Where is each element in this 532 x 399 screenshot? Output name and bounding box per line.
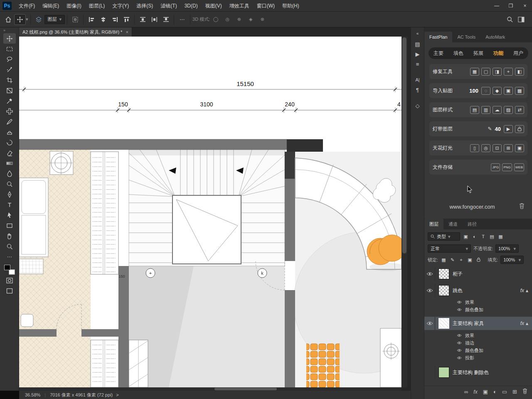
effect-eye-icon[interactable] [457, 356, 462, 360]
menu-help[interactable]: 帮助(H) [278, 0, 303, 12]
link-layers-icon[interactable]: ∞ [464, 389, 468, 395]
maximize-button[interactable]: ❐ [504, 0, 518, 12]
foreground-color-swatch[interactable] [4, 265, 10, 270]
close-button[interactable]: × [518, 0, 532, 12]
paragraph-panel-icon[interactable]: ¶ [412, 85, 423, 95]
visibility-eye-icon[interactable] [424, 317, 435, 330]
adjustment-layer-icon[interactable]: ◐ [493, 389, 497, 395]
subtab-user[interactable]: 用户 [513, 50, 523, 57]
gradient-tool[interactable] [3, 158, 16, 168]
eraser-tool[interactable] [3, 148, 16, 158]
horizontal-scrollbar-thumb[interactable] [214, 388, 277, 390]
style-clear-icon[interactable]: ▨ [504, 106, 513, 114]
workspace-switcher-icon[interactable] [515, 14, 527, 25]
3d-orbit-icon[interactable]: ◯ [210, 14, 222, 25]
more-options-icon[interactable]: ⋯ [176, 14, 188, 25]
layer-thumbnail[interactable] [438, 268, 449, 279]
type-tool[interactable]: T [3, 200, 16, 210]
repair-patch-icon[interactable]: ▢ [481, 68, 490, 76]
move-tool[interactable] [3, 33, 16, 44]
lock-position-icon[interactable]: + [458, 257, 464, 262]
align-right-icon[interactable] [109, 14, 121, 25]
vertical-scrollbar-thumb[interactable] [402, 37, 406, 254]
menu-filter[interactable]: 滤镜(T) [157, 0, 180, 12]
quick-mask-icon[interactable] [3, 275, 16, 286]
frame-tool[interactable] [3, 85, 16, 96]
effect-eye-icon[interactable] [457, 300, 462, 304]
move-dropdown-arrow-icon[interactable]: ▾ [26, 17, 28, 22]
status-chevron-icon[interactable]: > [116, 392, 118, 397]
style-cloud-icon[interactable]: ☁ [493, 106, 502, 114]
effect-stroke-row[interactable]: 描边 [424, 339, 532, 347]
align-left-icon[interactable] [86, 14, 97, 25]
menu-window[interactable]: 窗口(W) [253, 0, 278, 12]
3d-slide-icon[interactable]: ◈ [245, 14, 256, 25]
ceiling-grid-light-icon[interactable]: ⊞ [504, 144, 513, 152]
collapse-effects-icon[interactable]: ▴ [526, 320, 528, 326]
lock-pixels-icon[interactable]: ✎ [449, 257, 456, 263]
blur-tool[interactable] [3, 168, 16, 179]
move-tool-option-icon[interactable] [14, 14, 26, 25]
subtab-main[interactable]: 主要 [433, 50, 443, 57]
screen-mode-icon[interactable] [3, 286, 16, 296]
effect-eye-icon[interactable] [457, 308, 462, 311]
document-tab[interactable]: A2 线框.png @ 36.6% (主要结构 家具, RGB/8#) * × [19, 27, 132, 37]
repair-grid-icon[interactable]: ▦ [470, 68, 479, 76]
subtab-fill[interactable]: 填色 [453, 50, 463, 57]
tab-automark[interactable]: AutoMark [480, 32, 510, 42]
transform-controls-icon[interactable] [69, 14, 81, 25]
menu-plugins[interactable]: 增效工具 [226, 0, 253, 12]
effect-color-overlay-row[interactable]: 颜色叠加 [424, 306, 532, 313]
lock-all-icon[interactable] [475, 257, 482, 263]
ceiling-page-icon[interactable]: ▯ [470, 144, 479, 152]
distribute-bottom-icon[interactable] [160, 14, 172, 25]
layer-thumbnail[interactable] [438, 285, 449, 296]
toolbar-collapse-icon[interactable]: » [0, 27, 19, 33]
crop-tool[interactable] [3, 75, 16, 85]
new-group-icon[interactable]: ▭ [502, 389, 507, 395]
3d-scale-icon[interactable]: ⊗ [256, 14, 268, 25]
fx-badge[interactable]: fx [520, 320, 524, 326]
opacity-dropdown[interactable]: 100%▾ [495, 244, 519, 253]
ceiling-panel-light-icon[interactable]: ▣ [515, 144, 524, 152]
layer-row-main-structure-furniture[interactable]: 主要结构 家具 fx▴ [424, 317, 532, 330]
collapse-effects-icon[interactable]: ▴ [526, 288, 528, 293]
tab-close-icon[interactable]: × [126, 30, 128, 34]
import-image-icon[interactable]: ▣ [504, 87, 513, 95]
filter-smart-icon[interactable]: ▦ [498, 234, 504, 239]
effect-eye-icon[interactable] [457, 349, 462, 352]
3d-roll-icon[interactable]: ◎ [222, 14, 233, 25]
trash-icon[interactable] [519, 203, 525, 210]
vertical-scrollbar[interactable] [401, 37, 407, 387]
marquee-tool[interactable] [3, 44, 16, 54]
auto-select-target-dropdown[interactable]: 图层▾ [44, 15, 65, 24]
tab-paths[interactable]: 路径 [463, 219, 482, 229]
align-top-icon[interactable] [121, 14, 132, 25]
menu-view[interactable]: 视图(V) [202, 0, 226, 12]
subtab-extend[interactable]: 拓展 [473, 50, 483, 57]
effect-eye-icon[interactable] [457, 341, 462, 345]
visibility-eye-icon[interactable] [424, 268, 435, 280]
new-layer-icon[interactable]: ⊞ [512, 389, 517, 395]
layer-name[interactable]: 主要结构 家具 [453, 320, 484, 327]
actions-panel-icon[interactable]: ▶ [412, 49, 423, 59]
edit-toolbar-icon[interactable]: ⋯ [3, 251, 16, 262]
effect-drop-shadow-row[interactable]: 投影 [424, 354, 532, 362]
style-copy-icon[interactable]: ▥ [481, 106, 490, 114]
layer-name[interactable]: 跳色 [453, 287, 463, 294]
clone-stamp-tool[interactable] [3, 127, 16, 137]
menu-type[interactable]: 文字(Y) [108, 0, 133, 12]
filter-type-dropdown[interactable]: 类型▾ [428, 232, 460, 241]
layer-style-icon[interactable]: fx [473, 389, 477, 395]
visibility-eye-icon[interactable] [424, 284, 435, 297]
lasso-tool[interactable] [3, 54, 16, 64]
layer-name[interactable]: 主要结构 删除色 [453, 369, 489, 376]
menu-layer[interactable]: 图层(L) [85, 0, 109, 12]
filter-shape-icon[interactable]: ▤ [489, 234, 495, 239]
pen-tool[interactable] [3, 189, 16, 200]
lock-transparency-icon[interactable]: ▦ [441, 257, 447, 263]
distribute-center-h-icon[interactable] [148, 14, 160, 25]
healing-brush-tool[interactable] [3, 106, 16, 116]
home-icon[interactable] [2, 14, 14, 25]
layer-row-main-structure-delete-color[interactable]: 主要结构 删除色 [424, 366, 532, 379]
